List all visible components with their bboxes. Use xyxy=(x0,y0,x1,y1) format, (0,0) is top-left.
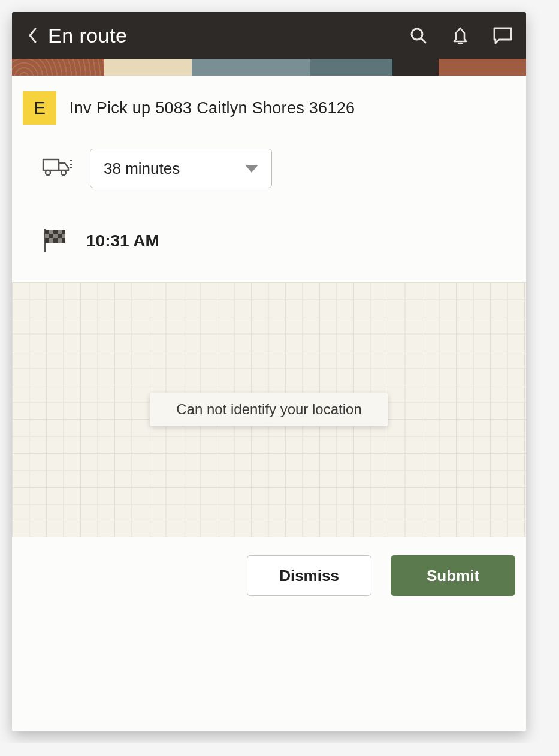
action-buttons: Dismiss Submit xyxy=(12,537,526,596)
svg-rect-14 xyxy=(49,234,53,238)
truck-icon xyxy=(42,156,72,181)
svg-point-5 xyxy=(61,170,66,175)
activity-row: E Inv Pick up 5083 Caitlyn Shores 36126 xyxy=(23,91,515,125)
svg-line-1 xyxy=(421,38,425,43)
map-location-toast: Can not identify your location xyxy=(150,393,388,426)
map-area[interactable]: Can not identify your location xyxy=(12,282,526,537)
svg-rect-12 xyxy=(53,230,58,234)
activity-title: Inv Pick up 5083 Caitlyn Shores 36126 xyxy=(70,99,355,118)
decorative-banner xyxy=(12,59,526,76)
app-screen: En route E xyxy=(12,12,526,731)
activity-badge: E xyxy=(23,91,56,125)
svg-rect-18 xyxy=(62,238,65,243)
duration-select[interactable]: 38 minutes xyxy=(90,149,272,188)
search-button[interactable] xyxy=(409,26,428,45)
chevron-down-icon xyxy=(245,165,258,173)
svg-point-4 xyxy=(46,170,50,175)
arrival-row: 10:31 AM xyxy=(23,227,515,255)
checkered-flag-icon xyxy=(42,227,68,255)
svg-rect-11 xyxy=(45,230,49,234)
chat-button[interactable] xyxy=(492,26,513,44)
header-bar: En route xyxy=(12,12,526,59)
chat-icon xyxy=(492,26,513,44)
dismiss-button[interactable]: Dismiss xyxy=(247,555,371,596)
svg-rect-17 xyxy=(53,238,58,243)
svg-rect-3 xyxy=(43,159,59,170)
search-icon xyxy=(409,26,428,45)
svg-rect-16 xyxy=(45,238,49,243)
duration-select-value: 38 minutes xyxy=(104,159,180,178)
chevron-left-icon xyxy=(28,27,37,44)
content-area: E Inv Pick up 5083 Caitlyn Shores 36126 … xyxy=(12,76,526,255)
back-button[interactable] xyxy=(25,28,40,43)
svg-rect-15 xyxy=(58,234,62,238)
submit-button[interactable]: Submit xyxy=(391,555,515,596)
arrival-time: 10:31 AM xyxy=(86,231,159,251)
svg-rect-13 xyxy=(62,230,65,234)
travel-duration-row: 38 minutes xyxy=(23,149,515,188)
bell-icon xyxy=(451,26,470,45)
header-actions xyxy=(409,26,513,45)
page-title: En route xyxy=(48,24,409,47)
notifications-button[interactable] xyxy=(451,26,470,45)
